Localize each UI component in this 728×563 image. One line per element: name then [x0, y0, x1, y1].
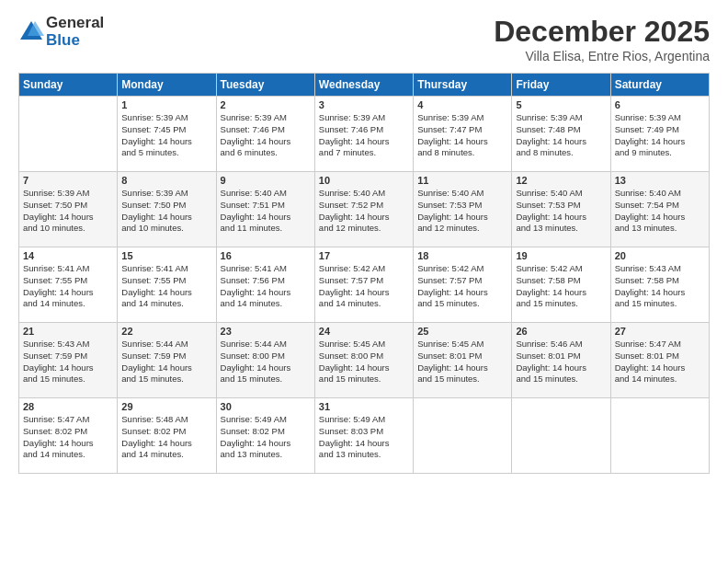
calendar-header-sunday: Sunday: [19, 74, 118, 97]
calendar-cell: 5Sunrise: 5:39 AM Sunset: 7:48 PM Daylig…: [512, 97, 610, 172]
day-info: Sunrise: 5:39 AM Sunset: 7:45 PM Dayligh…: [121, 112, 211, 159]
day-info: Sunrise: 5:39 AM Sunset: 7:48 PM Dayligh…: [516, 112, 606, 159]
day-number: 12: [516, 175, 606, 186]
calendar-header-monday: Monday: [118, 74, 216, 97]
day-number: 17: [319, 250, 409, 261]
calendar-week-row: 21Sunrise: 5:43 AM Sunset: 7:59 PM Dayli…: [19, 323, 710, 398]
logo-icon: [18, 19, 44, 45]
logo-text: General Blue: [46, 15, 104, 49]
calendar-cell: 25Sunrise: 5:45 AM Sunset: 8:01 PM Dayli…: [414, 323, 512, 398]
calendar-cell: 28Sunrise: 5:47 AM Sunset: 8:02 PM Dayli…: [19, 398, 118, 474]
calendar-cell: 21Sunrise: 5:43 AM Sunset: 7:59 PM Dayli…: [19, 323, 118, 398]
calendar-cell: 6Sunrise: 5:39 AM Sunset: 7:49 PM Daylig…: [610, 97, 709, 172]
day-info: Sunrise: 5:39 AM Sunset: 7:50 PM Dayligh…: [23, 188, 113, 235]
day-info: Sunrise: 5:39 AM Sunset: 7:46 PM Dayligh…: [319, 112, 409, 159]
calendar-cell: 17Sunrise: 5:42 AM Sunset: 7:57 PM Dayli…: [314, 247, 413, 323]
day-number: 29: [121, 401, 211, 412]
calendar-header-wednesday: Wednesday: [314, 74, 413, 97]
day-info: Sunrise: 5:42 AM Sunset: 7:58 PM Dayligh…: [516, 263, 606, 310]
day-info: Sunrise: 5:41 AM Sunset: 7:56 PM Dayligh…: [221, 263, 311, 310]
calendar-cell: 18Sunrise: 5:42 AM Sunset: 7:57 PM Dayli…: [414, 247, 512, 323]
logo-blue-label: Blue: [46, 32, 104, 50]
day-number: 13: [615, 175, 705, 186]
day-number: 26: [516, 326, 606, 337]
day-info: Sunrise: 5:45 AM Sunset: 8:01 PM Dayligh…: [417, 339, 507, 385]
page: General Blue December 2025 Villa Elisa, …: [0, 0, 728, 563]
calendar-cell: 3Sunrise: 5:39 AM Sunset: 7:46 PM Daylig…: [314, 97, 413, 172]
day-number: 27: [615, 326, 705, 337]
calendar-cell: 8Sunrise: 5:39 AM Sunset: 7:50 PM Daylig…: [118, 172, 216, 247]
day-info: Sunrise: 5:44 AM Sunset: 8:00 PM Dayligh…: [221, 339, 311, 385]
day-info: Sunrise: 5:41 AM Sunset: 7:55 PM Dayligh…: [121, 263, 211, 310]
calendar-cell: 12Sunrise: 5:40 AM Sunset: 7:53 PM Dayli…: [512, 172, 610, 247]
calendar-cell: 2Sunrise: 5:39 AM Sunset: 7:46 PM Daylig…: [216, 97, 314, 172]
day-number: 16: [221, 250, 311, 261]
day-number: 10: [319, 175, 409, 186]
calendar-table: SundayMondayTuesdayWednesdayThursdayFrid…: [18, 73, 710, 474]
day-number: 7: [23, 175, 113, 186]
calendar-header-saturday: Saturday: [610, 74, 709, 97]
calendar-week-row: 1Sunrise: 5:39 AM Sunset: 7:45 PM Daylig…: [19, 97, 710, 172]
day-info: Sunrise: 5:43 AM Sunset: 7:58 PM Dayligh…: [615, 263, 705, 310]
day-info: Sunrise: 5:47 AM Sunset: 8:02 PM Dayligh…: [23, 414, 113, 461]
day-number: 19: [516, 250, 606, 261]
calendar-week-row: 7Sunrise: 5:39 AM Sunset: 7:50 PM Daylig…: [19, 172, 710, 247]
day-info: Sunrise: 5:42 AM Sunset: 7:57 PM Dayligh…: [417, 263, 507, 310]
day-number: 20: [615, 250, 705, 261]
day-number: 21: [23, 326, 113, 337]
calendar-cell: 4Sunrise: 5:39 AM Sunset: 7:47 PM Daylig…: [414, 97, 512, 172]
calendar-header-tuesday: Tuesday: [216, 74, 314, 97]
calendar-cell: 27Sunrise: 5:47 AM Sunset: 8:01 PM Dayli…: [610, 323, 709, 398]
day-info: Sunrise: 5:40 AM Sunset: 7:51 PM Dayligh…: [221, 188, 311, 235]
day-number: 2: [221, 99, 311, 110]
day-number: 30: [221, 401, 311, 412]
subtitle: Villa Elisa, Entre Rios, Argentina: [494, 49, 710, 63]
calendar-cell: 7Sunrise: 5:39 AM Sunset: 7:50 PM Daylig…: [19, 172, 118, 247]
day-info: Sunrise: 5:39 AM Sunset: 7:49 PM Dayligh…: [615, 112, 705, 159]
calendar-cell: 20Sunrise: 5:43 AM Sunset: 7:58 PM Dayli…: [610, 247, 709, 323]
day-info: Sunrise: 5:45 AM Sunset: 8:00 PM Dayligh…: [319, 339, 409, 385]
calendar-cell: 9Sunrise: 5:40 AM Sunset: 7:51 PM Daylig…: [216, 172, 314, 247]
day-info: Sunrise: 5:39 AM Sunset: 7:47 PM Dayligh…: [417, 112, 507, 159]
calendar-cell: [512, 398, 610, 474]
day-number: 31: [319, 401, 409, 412]
calendar-cell: 23Sunrise: 5:44 AM Sunset: 8:00 PM Dayli…: [216, 323, 314, 398]
calendar-cell: 22Sunrise: 5:44 AM Sunset: 7:59 PM Dayli…: [118, 323, 216, 398]
day-info: Sunrise: 5:39 AM Sunset: 7:46 PM Dayligh…: [221, 112, 311, 159]
day-number: 18: [417, 250, 507, 261]
day-number: 3: [319, 99, 409, 110]
day-number: 22: [121, 326, 211, 337]
day-number: 14: [23, 250, 113, 261]
logo: General Blue: [18, 15, 104, 49]
day-number: 25: [417, 326, 507, 337]
calendar-week-row: 28Sunrise: 5:47 AM Sunset: 8:02 PM Dayli…: [19, 398, 710, 474]
day-info: Sunrise: 5:47 AM Sunset: 8:01 PM Dayligh…: [615, 339, 705, 385]
day-number: 6: [615, 99, 705, 110]
day-info: Sunrise: 5:49 AM Sunset: 8:02 PM Dayligh…: [221, 414, 311, 461]
day-number: 15: [121, 250, 211, 261]
calendar-cell: 13Sunrise: 5:40 AM Sunset: 7:54 PM Dayli…: [610, 172, 709, 247]
calendar-cell: 31Sunrise: 5:49 AM Sunset: 8:03 PM Dayli…: [314, 398, 413, 474]
day-info: Sunrise: 5:43 AM Sunset: 7:59 PM Dayligh…: [23, 339, 113, 385]
day-info: Sunrise: 5:41 AM Sunset: 7:55 PM Dayligh…: [23, 263, 113, 310]
day-info: Sunrise: 5:39 AM Sunset: 7:50 PM Dayligh…: [121, 188, 211, 235]
calendar-cell: 14Sunrise: 5:41 AM Sunset: 7:55 PM Dayli…: [19, 247, 118, 323]
calendar-cell: 19Sunrise: 5:42 AM Sunset: 7:58 PM Dayli…: [512, 247, 610, 323]
calendar-cell: 11Sunrise: 5:40 AM Sunset: 7:53 PM Dayli…: [414, 172, 512, 247]
day-number: 1: [121, 99, 211, 110]
calendar-cell: [610, 398, 709, 474]
calendar-week-row: 14Sunrise: 5:41 AM Sunset: 7:55 PM Dayli…: [19, 247, 710, 323]
calendar-header-row: SundayMondayTuesdayWednesdayThursdayFrid…: [19, 74, 710, 97]
calendar-cell: [414, 398, 512, 474]
day-info: Sunrise: 5:40 AM Sunset: 7:53 PM Dayligh…: [516, 188, 606, 235]
calendar-cell: 10Sunrise: 5:40 AM Sunset: 7:52 PM Dayli…: [314, 172, 413, 247]
main-title: December 2025: [494, 15, 710, 49]
day-info: Sunrise: 5:40 AM Sunset: 7:53 PM Dayligh…: [417, 188, 507, 235]
calendar-cell: [19, 97, 118, 172]
day-info: Sunrise: 5:42 AM Sunset: 7:57 PM Dayligh…: [319, 263, 409, 310]
day-number: 4: [417, 99, 507, 110]
day-number: 28: [23, 401, 113, 412]
day-number: 8: [121, 175, 211, 186]
day-info: Sunrise: 5:48 AM Sunset: 8:02 PM Dayligh…: [121, 414, 211, 461]
header: General Blue December 2025 Villa Elisa, …: [18, 15, 710, 63]
